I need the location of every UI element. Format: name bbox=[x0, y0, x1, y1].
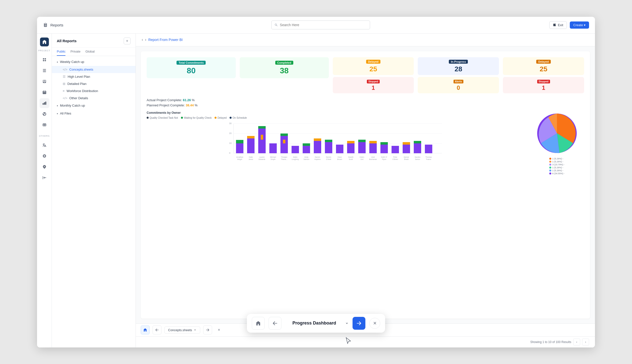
tabs-row: Public Private Global bbox=[52, 48, 136, 56]
sub-value-stopped-2: 1 bbox=[506, 84, 581, 91]
float-next-btn[interactable] bbox=[353, 317, 365, 330]
tab-public[interactable]: Public bbox=[57, 50, 66, 56]
svg-text:Wright: Wright bbox=[237, 158, 242, 160]
svg-text:Edwards: Edwards bbox=[259, 158, 265, 160]
toolbar-close-btn[interactable]: × bbox=[215, 326, 223, 334]
item-label: Workforce Distribution bbox=[67, 89, 98, 93]
add-report-button[interactable]: + bbox=[124, 38, 131, 44]
stat-stopped-2: Stopped 1 bbox=[503, 77, 584, 93]
app-logo bbox=[40, 38, 49, 46]
sidebar-inbox-btn[interactable] bbox=[40, 76, 49, 86]
folder-icon-2: ▪ bbox=[57, 104, 58, 108]
sidebar-chart-btn[interactable] bbox=[40, 98, 49, 108]
folder-monthly-catchup[interactable]: ▪ Monthly Catch up ··· bbox=[52, 102, 136, 110]
sub-label-stopped-1: Stopped bbox=[367, 80, 380, 84]
svg-rect-16 bbox=[258, 128, 266, 153]
sidebar-logout-btn[interactable] bbox=[40, 173, 49, 182]
folder-weekly-catchup[interactable]: ▪ Weekly Catch up ··· bbox=[52, 58, 136, 66]
sidebar-calendar-btn[interactable] bbox=[40, 87, 49, 97]
tab-global[interactable]: Global bbox=[86, 50, 95, 56]
sidebar-translate-btn[interactable] bbox=[40, 140, 49, 150]
item-label: Concepts.sheets bbox=[69, 68, 93, 71]
float-close-icon: ✕ bbox=[373, 320, 377, 326]
svg-text:Theajan: Theajan bbox=[281, 156, 287, 158]
others-label: OTHERS bbox=[39, 135, 50, 137]
tree-item-highlevel[interactable]: ☰ High Level Plan bbox=[52, 73, 136, 80]
breadcrumb-back-arrow[interactable]: ‹ bbox=[142, 38, 143, 42]
svg-text:Vort: Vort bbox=[360, 158, 364, 160]
svg-text:Helen: Helen bbox=[360, 156, 364, 158]
tree-item-detailed[interactable]: ⊞ Detailed Plan bbox=[52, 80, 136, 87]
sidebar-pin-btn[interactable] bbox=[40, 162, 49, 172]
chart-legend: Quality Checked Task Not Waiting for Qua… bbox=[147, 116, 525, 119]
bar-chart-svg: 30 20 10 0 bbox=[147, 121, 525, 170]
stat-inprogress: In-Progress 28 bbox=[418, 57, 499, 75]
svg-rect-71 bbox=[414, 141, 421, 144]
tree-item-concepts[interactable]: </> Concepts.sheets bbox=[52, 66, 136, 73]
svg-rect-17 bbox=[258, 126, 266, 128]
tree-list: ▪ Weekly Catch up ··· </> Concepts.sheet… bbox=[52, 56, 136, 348]
page-next-btn[interactable]: › bbox=[582, 338, 589, 346]
sidebar-globe-btn[interactable] bbox=[40, 109, 49, 119]
sidebar-list-btn[interactable] bbox=[40, 66, 49, 76]
content-area: ‹ › Report From Power BI Total Commitmen… bbox=[136, 34, 595, 348]
toolbar-forward-btn[interactable] bbox=[203, 326, 212, 334]
project-label: PROJECT bbox=[38, 49, 50, 52]
page-prev-btn[interactable]: ‹ bbox=[573, 338, 580, 346]
item-label: Detailed Plan bbox=[67, 82, 86, 86]
svg-rect-67 bbox=[403, 142, 410, 144]
float-home-btn[interactable] bbox=[252, 317, 265, 330]
svg-text:Bhatti: Bhatti bbox=[404, 158, 409, 160]
legend-item-4: On Schedule bbox=[230, 116, 247, 119]
float-back-btn[interactable] bbox=[269, 317, 281, 330]
left-panel: All Reports + Public Private Global ▪ We… bbox=[52, 34, 136, 348]
folder-icon: ▪ bbox=[57, 60, 58, 64]
toolbar-sheet-dropdown[interactable]: Concepts.sheets bbox=[164, 326, 200, 334]
stat-completed: Completed 38 bbox=[240, 57, 329, 78]
search-box[interactable] bbox=[271, 20, 370, 29]
float-title[interactable]: Progress Dashboard bbox=[285, 320, 343, 326]
dashboard-content: Total Commitments 80 Completed 38 Delaye… bbox=[141, 51, 590, 318]
stats-row: Total Commitments 80 Completed 38 Delaye… bbox=[147, 57, 584, 93]
folder-all-files[interactable]: ▪ All Files ··· bbox=[52, 110, 136, 118]
chart-title: Commitments by Owner bbox=[147, 111, 525, 114]
svg-text:Keith O': Keith O' bbox=[381, 156, 387, 158]
sidebar-settings-btn[interactable] bbox=[40, 151, 49, 161]
tree-item-other[interactable]: </> Other Details bbox=[52, 94, 136, 102]
svg-text:Hopkins: Hopkins bbox=[314, 158, 321, 160]
tree-item-workforce[interactable]: ≡ Workforce Distribution bbox=[52, 87, 136, 94]
svg-text:Sarton: Sarton bbox=[415, 158, 420, 160]
search-input[interactable] bbox=[280, 23, 367, 27]
breadcrumb-forward-arrow[interactable]: › bbox=[145, 38, 146, 42]
breadcrumb-link[interactable]: Report From Power BI bbox=[148, 38, 183, 42]
top-bar-left: Reports bbox=[43, 22, 92, 28]
chart-section: Commitments by Owner Quality Checked Tas… bbox=[147, 111, 584, 175]
exit-button[interactable]: Exit bbox=[549, 21, 567, 29]
toolbar-back-btn[interactable] bbox=[153, 326, 162, 334]
code-icon: </> bbox=[63, 68, 67, 71]
svg-text:Thomas: Thomas bbox=[425, 156, 432, 158]
exit-label: Exit bbox=[558, 23, 563, 27]
float-close-btn[interactable]: ✕ bbox=[369, 318, 380, 329]
svg-rect-36 bbox=[314, 141, 321, 153]
svg-text:Qamar: Qamar bbox=[404, 156, 409, 158]
legend-item-1: Quality Checked Task Not bbox=[147, 116, 178, 119]
tab-private[interactable]: Private bbox=[70, 50, 80, 56]
svg-rect-60 bbox=[380, 142, 388, 144]
planned-progress-text: Planned Project Complete: 38.44 % bbox=[147, 104, 584, 107]
sidebar-table-btn[interactable] bbox=[40, 120, 49, 130]
toolbar-home-btn[interactable] bbox=[141, 326, 150, 334]
sidebar-grid-btn[interactable] bbox=[40, 55, 49, 65]
stat-col-inprogress: In-Progress 28 Alerts 0 bbox=[418, 57, 499, 93]
stat-label-delayed-1: Delayed bbox=[366, 60, 380, 64]
svg-text:Smyth: Smyth bbox=[271, 158, 276, 160]
svg-text:Flynn: Flynn bbox=[382, 158, 386, 160]
svg-text:Brown: Brown bbox=[337, 158, 342, 160]
create-button[interactable]: Create ▾ bbox=[570, 22, 589, 29]
svg-rect-25 bbox=[280, 134, 288, 136]
stat-value-total: 80 bbox=[151, 66, 232, 75]
top-bar-center bbox=[96, 20, 545, 29]
svg-rect-70 bbox=[414, 144, 421, 153]
stat-stopped-1: Stopped 1 bbox=[333, 77, 414, 93]
svg-rect-24 bbox=[280, 136, 288, 153]
